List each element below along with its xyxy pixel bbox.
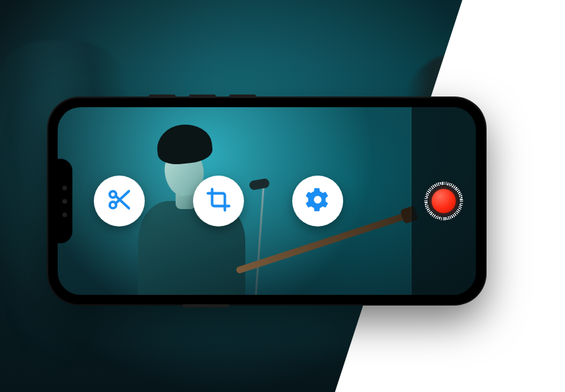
cut-button[interactable] (94, 176, 145, 226)
crop-button[interactable] (193, 176, 244, 226)
gear-icon (305, 187, 330, 215)
phone-frame (48, 98, 485, 304)
camera-viewfinder[interactable] (58, 107, 476, 295)
capture-strip (412, 107, 476, 295)
scissors-icon (107, 187, 132, 215)
record-button[interactable] (424, 182, 463, 220)
crop-icon (206, 187, 231, 215)
action-row (94, 176, 343, 226)
settings-button[interactable] (292, 176, 343, 226)
front-camera-icon (62, 199, 67, 204)
phone-notch (58, 159, 72, 243)
record-ring (424, 182, 463, 220)
